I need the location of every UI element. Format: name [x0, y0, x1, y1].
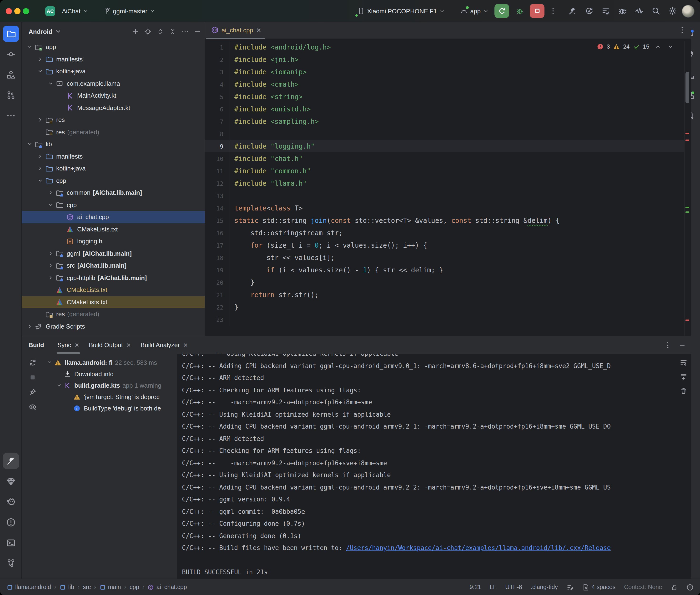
- breadcrumb-src[interactable]: src: [83, 584, 91, 591]
- compare-lines-icon[interactable]: [601, 7, 610, 15]
- chevron-right-icon[interactable]: [36, 153, 44, 160]
- chevron-down-icon[interactable]: [47, 202, 55, 208]
- more-icon[interactable]: [181, 28, 189, 35]
- quality-insights-icon[interactable]: [3, 473, 19, 489]
- tree-item-lib[interactable]: lib: [22, 138, 205, 150]
- avatar[interactable]: [682, 4, 695, 18]
- chevron-right-icon[interactable]: [47, 251, 55, 257]
- pin-icon[interactable]: [28, 388, 36, 396]
- tree-item-src[interactable]: src [AiChat.lib.main]: [22, 259, 205, 272]
- close-tab-icon[interactable]: ✕: [126, 342, 131, 348]
- profiler-icon[interactable]: [635, 7, 644, 15]
- chevron-right-icon[interactable]: [36, 56, 44, 62]
- logcat-icon[interactable]: [3, 494, 19, 510]
- tree-item-ai-chat-cpp[interactable]: C ai_chat.cpp: [22, 211, 205, 223]
- breadcrumb-main[interactable]: main: [100, 584, 121, 591]
- tree-item-logging-h[interactable]: logging.h: [22, 235, 205, 247]
- stop-button[interactable]: [530, 4, 544, 18]
- close-tab-icon[interactable]: ✕: [256, 26, 261, 34]
- search-icon[interactable]: [652, 7, 660, 15]
- tree-item-common[interactable]: common [AiChat.lib.main]: [22, 187, 205, 199]
- filter-eye-icon[interactable]: [28, 403, 36, 411]
- tree-item-messageadapter-kt[interactable]: MessageAdapter.kt: [22, 102, 205, 114]
- tree-item-cpp[interactable]: cpp: [22, 174, 205, 187]
- tree-item-cmakelists-txt[interactable]: CMakeLists.txt: [22, 223, 205, 235]
- pull-requests-icon[interactable]: [3, 87, 19, 103]
- debug-button[interactable]: [512, 4, 527, 18]
- tree-item-mainactivity-kt[interactable]: MainActivity.kt: [22, 89, 205, 102]
- chevron-right-icon[interactable]: [26, 323, 34, 330]
- tree-item-cmakelists-txt[interactable]: CMakeLists.txt: [22, 284, 205, 296]
- code-style-icon[interactable]: [566, 584, 573, 591]
- add-icon[interactable]: [132, 28, 139, 35]
- sync-a-icon[interactable]: A: [585, 7, 593, 15]
- build-hammer-icon[interactable]: [568, 7, 577, 15]
- inspections-status-icon[interactable]: [687, 584, 694, 591]
- file-encoding[interactable]: UTF-8: [505, 584, 522, 591]
- close-tab-icon[interactable]: ✕: [183, 342, 188, 348]
- unlock-icon[interactable]: [671, 584, 678, 591]
- editor-scrollbar[interactable]: [684, 41, 691, 336]
- settings-icon[interactable]: [668, 7, 677, 15]
- build-tree-item[interactable]: 'jvmTarget: String' is deprec: [43, 391, 177, 402]
- chevron-down-icon[interactable]: [47, 81, 55, 87]
- commit-icon[interactable]: [3, 46, 19, 62]
- locate-icon[interactable]: [144, 28, 151, 35]
- editor-tab-ai-chat-cpp[interactable]: C ai_chat.cpp ✕: [205, 22, 266, 38]
- chevron-right-icon[interactable]: [47, 275, 55, 281]
- build-tree-item[interactable]: build.gradle.kts app 1 warning: [43, 379, 177, 391]
- build-tree-item[interactable]: BuildType 'debug' is both de: [43, 402, 177, 414]
- scroll-to-end-icon[interactable]: [680, 373, 688, 380]
- chevron-down-icon[interactable]: [46, 360, 53, 365]
- rerun-button[interactable]: [495, 4, 509, 18]
- tree-item-res[interactable]: res (generated): [22, 308, 205, 320]
- tree-item-res[interactable]: res (generated): [22, 126, 205, 138]
- editor-options-icon[interactable]: [678, 26, 686, 34]
- version-control-icon[interactable]: [3, 555, 19, 571]
- tree-item-manifests[interactable]: manifests: [22, 150, 205, 162]
- more-icon[interactable]: [3, 108, 19, 124]
- more-icon[interactable]: [664, 341, 672, 349]
- stop-square-icon[interactable]: [28, 373, 36, 381]
- chevron-right-icon[interactable]: [36, 166, 44, 172]
- indent-settings[interactable]: 4 spaces: [582, 584, 615, 591]
- tree-item-kotlin-java[interactable]: kotlin+java: [22, 162, 205, 174]
- build-icon[interactable]: [3, 453, 19, 469]
- soft-wrap-icon[interactable]: [680, 359, 688, 366]
- tree-item-ggml[interactable]: ggml [AiChat.lib.main]: [22, 247, 205, 259]
- device-selector[interactable]: Xiaomi POCOPHONE F1: [354, 6, 448, 16]
- breadcrumb-ai-chat-cpp[interactable]: C ai_chat.cpp: [148, 584, 187, 591]
- tree-item-res[interactable]: res: [22, 114, 205, 126]
- project-view-selector[interactable]: Android: [29, 28, 62, 35]
- expand-all-icon[interactable]: [157, 28, 164, 35]
- close-tab-icon[interactable]: ✕: [75, 342, 79, 348]
- build-output-path-link[interactable]: /Users/hanyin/Workspace/ai-chat/examples…: [346, 544, 611, 552]
- hide-icon[interactable]: [194, 28, 201, 35]
- tree-item-cmakelists-txt[interactable]: CMakeLists.txt: [22, 296, 205, 308]
- clear-icon[interactable]: [680, 387, 688, 395]
- build-tab-build-analyzer[interactable]: Build Analyzer✕: [136, 336, 193, 353]
- tree-item-app[interactable]: app: [22, 41, 205, 53]
- clang-tidy-config[interactable]: .clang-tidy: [531, 584, 558, 591]
- chevron-right-icon[interactable]: [36, 117, 44, 123]
- tree-item-cpp[interactable]: cpp: [22, 199, 205, 211]
- context-label[interactable]: Context: None: [624, 584, 662, 591]
- hide-panel-icon[interactable]: [678, 341, 686, 349]
- collapse-all-icon[interactable]: [169, 28, 176, 35]
- structure-icon[interactable]: [3, 67, 19, 83]
- project-icon[interactable]: [3, 26, 19, 42]
- tree-item-cpp-httplib[interactable]: cpp-httplib [AiChat.lib.main]: [22, 272, 205, 284]
- breadcrumb-cpp[interactable]: cpp: [130, 584, 139, 591]
- tree-item-com-example-llama[interactable]: com.example.llama: [22, 77, 205, 89]
- tree-item-manifests[interactable]: manifests: [22, 53, 205, 65]
- breadcrumb[interactable]: llama.android› lib› src› main› cpp› C ai…: [7, 584, 187, 591]
- zoom-window-button[interactable]: [23, 8, 29, 14]
- build-tree-item[interactable]: Download info: [43, 368, 177, 379]
- run-configuration-selector[interactable]: app: [457, 6, 492, 16]
- chevron-down-icon[interactable]: [26, 44, 34, 50]
- breadcrumb-lib[interactable]: lib: [60, 584, 74, 591]
- breadcrumb-llama-android[interactable]: llama.android: [7, 584, 51, 591]
- line-ending[interactable]: LF: [490, 584, 497, 591]
- terminal-icon[interactable]: [3, 535, 19, 551]
- chevron-down-icon[interactable]: [36, 178, 44, 184]
